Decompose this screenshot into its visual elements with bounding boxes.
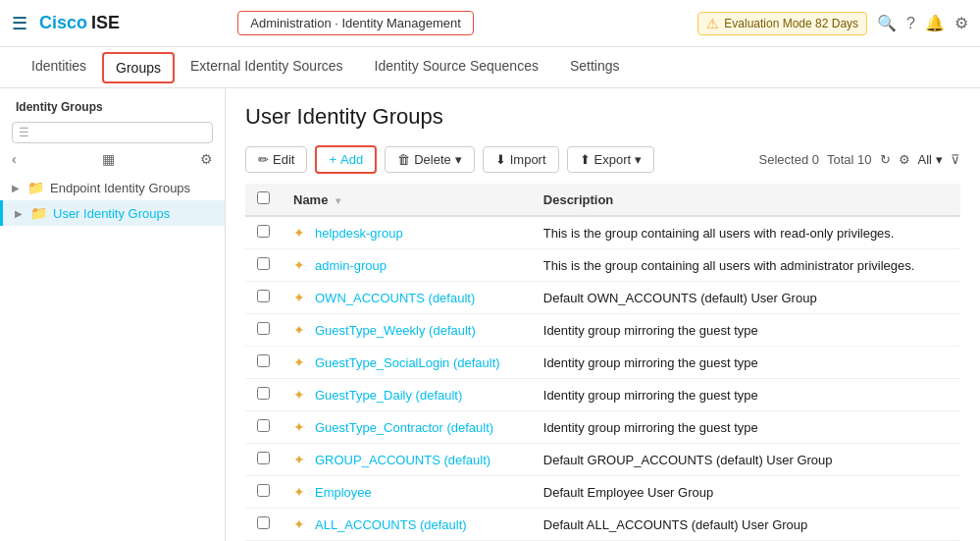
plus-icon: +: [329, 152, 336, 167]
row-checkbox-cell[interactable]: [245, 509, 282, 541]
export-button[interactable]: ⬆ Export ▾: [567, 146, 655, 173]
export-chevron-icon: ▾: [635, 152, 642, 167]
sidebar-item-label: User Identity Groups: [53, 206, 170, 221]
row-checkbox-cell[interactable]: [245, 476, 282, 509]
help-icon[interactable]: ?: [906, 15, 915, 32]
row-name-cell: ✦ GuestType_Weekly (default): [282, 314, 532, 347]
row-description-cell: Default Employee User Group: [532, 476, 960, 509]
toolbar-left: ✏ Edit + Add 🗑 Delete ▾ ⬇ Import ⬆: [245, 145, 654, 174]
edit-button[interactable]: ✏ Edit: [245, 146, 307, 173]
sort-icon[interactable]: ▾: [335, 195, 340, 206]
row-name-cell: ✦ OWN_ACCOUNTS (default): [282, 282, 532, 314]
toolbar-right: Selected 0 Total 10 ↻ ⚙ All ▾ ⊽: [759, 152, 960, 167]
chevron-down-icon: ▾: [936, 152, 943, 167]
row-checkbox-cell[interactable]: [245, 249, 282, 282]
selected-count: Selected 0: [759, 152, 819, 167]
row-name-link[interactable]: ALL_ACCOUNTS (default): [315, 517, 467, 532]
columns-settings-icon[interactable]: ⚙: [899, 152, 910, 167]
row-name-cell: ✦ GROUP_ACCOUNTS (default): [282, 444, 532, 476]
row-description-cell: Identity group mirroring the guest type: [532, 314, 960, 347]
table-row: ✦ GuestType_Weekly (default) Identity gr…: [245, 314, 960, 347]
row-checkbox[interactable]: [257, 516, 270, 529]
refresh-icon[interactable]: ↻: [880, 152, 891, 167]
group-icon: ✦: [293, 419, 305, 435]
col-header-description: Description: [532, 184, 960, 216]
group-icon: ✦: [293, 354, 305, 370]
ise-logo-text: ISE: [91, 13, 120, 33]
sidebar-gear-icon[interactable]: ⚙: [200, 151, 213, 167]
row-checkbox[interactable]: [257, 452, 270, 464]
row-name-link[interactable]: GuestType_Weekly (default): [315, 323, 476, 338]
import-button[interactable]: ⬇ Import: [483, 146, 559, 173]
tab-identity-source-sequences[interactable]: Identity Source Sequences: [359, 48, 554, 86]
row-checkbox-cell[interactable]: [245, 379, 282, 411]
row-name-cell: ✦ Employee: [282, 476, 532, 509]
row-name-cell: ✦ admin-group: [282, 249, 532, 282]
group-icon: ✦: [293, 516, 305, 532]
tab-external-identity-sources[interactable]: External Identity Sources: [175, 48, 359, 86]
add-button[interactable]: + Add: [315, 145, 377, 174]
sidebar-back-icon[interactable]: ‹: [12, 151, 17, 167]
sidebar-item-user-identity-groups[interactable]: ▶ 📁 User Identity Groups: [0, 200, 225, 226]
row-name-link[interactable]: Employee: [315, 485, 372, 500]
row-checkbox-cell[interactable]: [245, 282, 282, 314]
row-name-link[interactable]: GuestType_Daily (default): [315, 388, 462, 403]
row-checkbox[interactable]: [257, 225, 270, 238]
settings-icon[interactable]: ⚙: [954, 14, 968, 32]
data-table: Name ▾ Description ✦ helpdesk-group: [245, 184, 960, 541]
tab-identities[interactable]: Identities: [16, 48, 102, 86]
table-row: ✦ ALL_ACCOUNTS (default) Default ALL_ACC…: [245, 509, 960, 541]
row-checkbox[interactable]: [257, 322, 270, 335]
select-all-checkbox[interactable]: [257, 191, 270, 204]
row-name-cell: ✦ helpdesk-group: [282, 216, 532, 249]
row-checkbox-cell[interactable]: [245, 444, 282, 476]
row-checkbox-cell[interactable]: [245, 314, 282, 347]
row-name-link[interactable]: helpdesk-group: [315, 226, 403, 241]
row-checkbox[interactable]: [257, 257, 270, 270]
row-checkbox[interactable]: [257, 290, 270, 302]
table-header-checkbox[interactable]: [245, 184, 282, 216]
row-checkbox[interactable]: [257, 484, 270, 497]
row-name-link[interactable]: admin-group: [315, 258, 387, 273]
tab-settings[interactable]: Settings: [554, 48, 636, 86]
row-checkbox-cell[interactable]: [245, 216, 282, 249]
delete-button[interactable]: 🗑 Delete ▾: [385, 146, 475, 173]
notifications-icon[interactable]: 🔔: [925, 14, 945, 32]
table-row: ✦ GuestType_Contractor (default) Identit…: [245, 411, 960, 444]
sidebar-copy-icon[interactable]: ▦: [102, 151, 115, 167]
row-description-cell: This is the group containing all users w…: [532, 249, 960, 282]
row-name-link[interactable]: OWN_ACCOUNTS (default): [315, 291, 475, 305]
sidebar-search-input[interactable]: [33, 126, 206, 139]
group-icon: ✦: [293, 452, 305, 467]
filter-icon[interactable]: ⊽: [951, 152, 960, 167]
row-name-link[interactable]: GuestType_SocialLogin (default): [315, 355, 500, 370]
sidebar-search-box[interactable]: ☰: [12, 122, 213, 143]
app-logo: Cisco ISE: [39, 13, 120, 33]
row-checkbox[interactable]: [257, 354, 270, 367]
tab-groups[interactable]: Groups: [102, 52, 175, 83]
row-description-cell: This is the group containing all users w…: [532, 216, 960, 249]
export-icon: ⬆: [580, 152, 591, 167]
page-title: User Identity Groups: [245, 104, 960, 130]
trash-icon: 🗑: [397, 152, 410, 167]
main-layout: Identity Groups ☰ ‹ ▦ ⚙ ▶ 📁 Endpoint Ide…: [0, 88, 980, 541]
chevron-right-icon: ▶: [12, 183, 22, 193]
row-description-cell: Default OWN_ACCOUNTS (default) User Grou…: [532, 282, 960, 314]
row-name-link[interactable]: GuestType_Contractor (default): [315, 420, 493, 435]
search-icon: ☰: [19, 126, 29, 139]
row-checkbox-cell[interactable]: [245, 411, 282, 444]
search-icon[interactable]: 🔍: [877, 14, 897, 32]
edit-icon: ✏: [258, 152, 269, 167]
row-checkbox-cell[interactable]: [245, 347, 282, 379]
sidebar-item-endpoint-identity-groups[interactable]: ▶ 📁 Endpoint Identity Groups: [0, 175, 225, 200]
eval-mode-badge: ⚠ Evaluation Mode 82 Days: [697, 12, 867, 35]
row-description-cell: Default GROUP_ACCOUNTS (default) User Gr…: [532, 444, 960, 476]
warning-icon: ⚠: [706, 16, 719, 31]
row-checkbox[interactable]: [257, 419, 270, 432]
all-filter-dropdown[interactable]: All ▾: [918, 152, 943, 167]
row-name-link[interactable]: GROUP_ACCOUNTS (default): [315, 453, 490, 467]
row-checkbox[interactable]: [257, 387, 270, 400]
menu-icon[interactable]: ☰: [12, 13, 27, 34]
content-area: User Identity Groups ✏ Edit + Add 🗑 Dele…: [226, 88, 980, 541]
row-description-cell: Default ALL_ACCOUNTS (default) User Grou…: [532, 509, 960, 541]
